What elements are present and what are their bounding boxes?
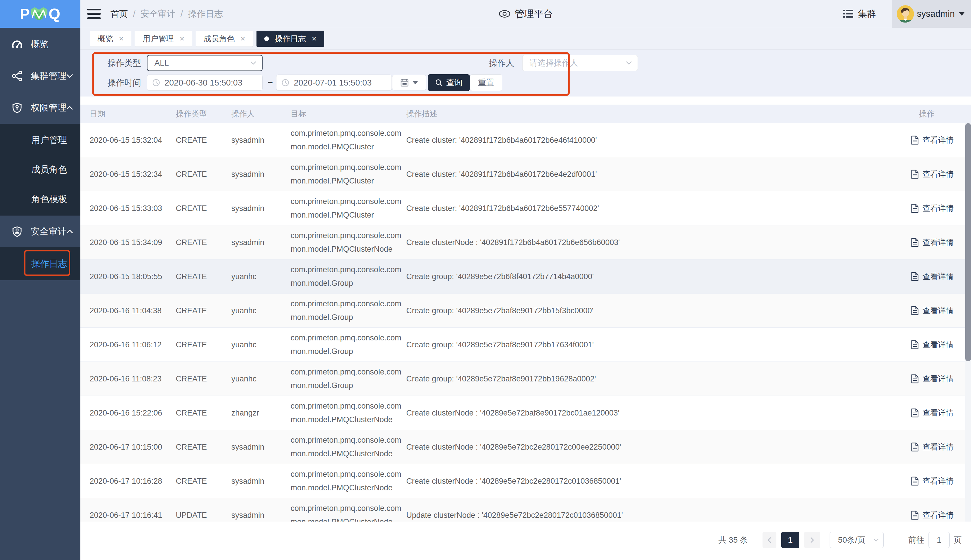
gauge-icon <box>12 39 23 50</box>
table-row: 2020-06-16 11:04:38CREATEyuanhccom.prime… <box>80 293 971 328</box>
close-icon[interactable]: × <box>312 35 316 43</box>
operator-label: 操作人 <box>482 55 514 71</box>
close-icon[interactable]: × <box>180 35 184 43</box>
view-details-label: 查看详情 <box>923 203 954 213</box>
view-details-link[interactable]: 查看详情 <box>911 498 966 522</box>
cell-operation-type: CREATE <box>176 430 228 464</box>
view-details-link[interactable]: 查看详情 <box>911 328 966 362</box>
cell-operator: sysadmin <box>231 498 288 522</box>
view-details-label: 查看详情 <box>923 408 954 418</box>
cluster-switcher[interactable]: 集群 <box>843 8 876 20</box>
scrollbar-thumb[interactable] <box>965 123 971 361</box>
cell-date: 2020-06-16 11:08:23 <box>90 362 174 396</box>
pagination-bar: 共 35 条 1 50条/页 前往 页 <box>80 522 971 560</box>
sidebar: P Q 概览 集群管理 权限管理 <box>0 0 80 560</box>
prev-page-button[interactable] <box>762 532 776 548</box>
view-details-link[interactable]: 查看详情 <box>911 225 966 260</box>
document-icon <box>911 477 919 486</box>
eye-icon <box>498 10 511 18</box>
cell-operation-type: CREATE <box>176 260 228 293</box>
hamburger-menu-icon[interactable] <box>87 9 100 19</box>
page-size-select[interactable]: 50条/页 <box>830 532 884 548</box>
operation-type-select[interactable]: ALL <box>147 55 262 71</box>
view-details-link[interactable]: 查看详情 <box>911 430 966 464</box>
sidebar-item-security-audit[interactable]: 安全审计 <box>0 215 80 247</box>
document-icon <box>911 238 919 247</box>
tab-member-roles[interactable]: 成员角色 × <box>196 31 253 47</box>
cell-operator: sysadmin <box>231 225 288 260</box>
page-number-button[interactable]: 1 <box>781 532 799 548</box>
calendar-dropdown-button[interactable] <box>392 75 426 90</box>
cell-operation-type: CREATE <box>176 396 228 430</box>
view-details-label: 查看详情 <box>923 340 954 350</box>
cell-operation-type: CREATE <box>176 225 228 260</box>
cell-date: 2020-06-17 10:16:28 <box>90 464 174 498</box>
sidebar-item-user-mgmt[interactable]: 用户管理 <box>0 125 80 155</box>
cell-operation-type: UPDATE <box>176 498 228 522</box>
reset-button[interactable]: 重置 <box>470 74 502 91</box>
col-operation-type: 操作类型 <box>176 108 207 119</box>
page-unit-label: 页 <box>954 535 962 545</box>
sidebar-item-cluster-mgmt[interactable]: 集群管理 <box>0 60 80 92</box>
sidebar-item-label: 安全审计 <box>31 225 67 238</box>
view-details-link[interactable]: 查看详情 <box>911 293 966 328</box>
app-logo: P Q <box>0 0 80 28</box>
cell-description: Create clusterNode : '40289e5e72baf8e901… <box>406 396 904 430</box>
goto-page-input[interactable] <box>929 532 949 548</box>
time-from-input[interactable] <box>164 78 257 88</box>
sidebar-item-member-roles[interactable]: 成员角色 <box>0 155 80 184</box>
user-menu[interactable]: sysadmin <box>892 0 971 28</box>
breadcrumb-security-audit[interactable]: 安全审计 <box>140 8 175 20</box>
cell-date: 2020-06-15 15:32:04 <box>90 123 174 157</box>
view-details-link[interactable]: 查看详情 <box>911 260 966 293</box>
chevron-down-icon <box>251 61 256 65</box>
operator-select[interactable]: 请选择操作人 <box>522 55 638 71</box>
table-row: 2020-06-15 15:32:04CREATEsysadmincom.pri… <box>80 123 971 157</box>
cell-operation-type: CREATE <box>176 123 228 157</box>
caret-down-icon <box>413 81 418 84</box>
share-nodes-icon <box>12 70 23 82</box>
table-row: 2020-06-16 15:22:06CREATEzhangzrcom.prim… <box>80 396 971 430</box>
cell-description: Create clusterNode : '40289e5e72bc2e2801… <box>406 430 904 464</box>
list-icon <box>843 10 853 18</box>
view-details-link[interactable]: 查看详情 <box>911 464 966 498</box>
breadcrumb: 首页 / 安全审计 / 操作日志 <box>110 8 223 20</box>
view-details-label: 查看详情 <box>923 476 954 486</box>
view-details-link[interactable]: 查看详情 <box>911 157 966 191</box>
chevron-up-icon <box>67 230 73 233</box>
view-details-link[interactable]: 查看详情 <box>911 123 966 157</box>
cell-target: com.primeton.pmq.console.common.model.PM… <box>291 396 403 430</box>
scrollbar-track[interactable] <box>965 123 971 522</box>
active-dot-icon <box>264 37 269 41</box>
search-button[interactable]: 查询 <box>428 74 470 91</box>
cell-target: com.primeton.pmq.console.common.model.Gr… <box>291 328 403 362</box>
time-to-input[interactable] <box>293 78 386 88</box>
tab-operation-log[interactable]: 操作日志 × <box>256 31 324 47</box>
cell-target: com.primeton.pmq.console.common.model.PM… <box>291 464 403 498</box>
document-icon <box>911 340 919 349</box>
view-details-link[interactable]: 查看详情 <box>911 362 966 396</box>
cell-date: 2020-06-15 18:05:55 <box>90 260 174 293</box>
sidebar-item-overview[interactable]: 概览 <box>0 28 80 60</box>
tab-overview[interactable]: 概览 × <box>90 31 131 47</box>
breadcrumb-home[interactable]: 首页 <box>110 8 128 20</box>
view-details-link[interactable]: 查看详情 <box>911 396 966 430</box>
table-row: 2020-06-15 15:32:34CREATEsysadmincom.pri… <box>80 157 971 191</box>
table-row: 2020-06-16 11:06:12CREATEyuanhccom.prime… <box>80 328 971 362</box>
next-page-button[interactable] <box>804 532 821 548</box>
sidebar-item-role-templates[interactable]: 角色模板 <box>0 184 80 214</box>
document-icon <box>911 135 919 145</box>
audit-submenu: 操作日志 <box>0 247 80 280</box>
chevron-up-icon <box>67 106 73 110</box>
cell-operator: sysadmin <box>231 464 288 498</box>
sidebar-item-operation-log[interactable]: 操作日志 <box>0 249 80 278</box>
tab-user-mgmt[interactable]: 用户管理 × <box>135 31 192 47</box>
sidebar-item-permission-mgmt[interactable]: 权限管理 <box>0 92 80 124</box>
view-details-link[interactable]: 查看详情 <box>911 191 966 225</box>
col-description: 操作描述 <box>406 108 438 119</box>
cell-operator: sysadmin <box>231 157 288 191</box>
view-details-label: 查看详情 <box>923 442 954 452</box>
close-icon[interactable]: × <box>241 35 245 43</box>
close-icon[interactable]: × <box>119 35 124 43</box>
cell-date: 2020-06-16 11:06:12 <box>90 328 174 362</box>
